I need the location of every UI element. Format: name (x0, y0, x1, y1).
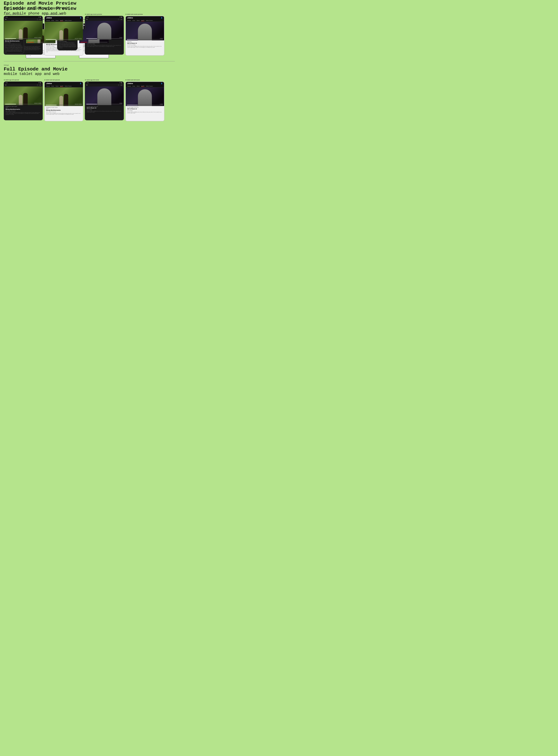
tab-cc-icon[interactable]: ⛶ (37, 19, 38, 20)
section-subtitle-4: mobile tablet app and web (4, 72, 175, 76)
diamond-icon-11: ◆ (85, 14, 86, 15)
twfmn-shows[interactable]: Shows (132, 85, 135, 87)
tfm-top-bar: ✕ ⛶ CC (85, 84, 124, 86)
twn-livetv[interactable]: Live TV (60, 20, 63, 21)
twfmn-movies[interactable]: Movies (137, 85, 140, 87)
tab-mv-progress[interactable] (86, 38, 122, 39)
twfm-figure (138, 89, 152, 106)
tab-ep-fig1 (19, 29, 23, 40)
section-subtitle-3: for mobile tablet app and web (4, 6, 175, 10)
tab-mv-close[interactable]: ✕ (86, 19, 87, 20)
cards-row-full-tablet: ◆ tablet app full episode 9:41 ▼▼▮ ✕ ⛶ C… (4, 79, 175, 121)
diamond-icon-12: ◆ (125, 14, 126, 15)
twfm-logo: Lifetime (127, 83, 133, 84)
twfe-meta: 46m | 2006 | TV-14 | CC (46, 111, 81, 112)
twmn-movies[interactable]: Movies (137, 20, 140, 21)
tab-ep-fill (5, 38, 16, 39)
tablet-web-full-ep: Lifetime 👤 Featured Shows Movies Live TV… (44, 81, 83, 121)
section-full-tablet: Title Full Episode and Movie mobile tabl… (4, 61, 175, 122)
twfe-title: Moody Monthiversaries (46, 109, 81, 111)
tfe-progress[interactable] (5, 104, 41, 104)
twfen-classics[interactable]: Lifetime Classics (65, 85, 72, 87)
tab-mv-fill (86, 38, 97, 39)
phone-content-episode: Married at First Sight PREVIEW · S1 E2 M… (4, 37, 24, 54)
twmv-meta: 1hr By 1hr on (date) (127, 44, 162, 45)
twfm-progress[interactable] (127, 105, 163, 105)
twfe-show: Married at First Sight (46, 107, 81, 108)
card-label-11: ◆ tablet app movie preview (85, 14, 124, 15)
twfm-desc: The year is 1987 and NASA launches the l… (127, 111, 162, 114)
tab-mv-fs[interactable]: CC (121, 19, 122, 20)
tfm-cc[interactable]: ⛶ (118, 84, 120, 86)
twn-classics[interactable]: Lifetime Classics (65, 20, 72, 21)
section-title-4: Full Episode and Movie (4, 67, 175, 72)
twmv-desc: The year is 1987 and NASA launches the l… (127, 46, 162, 48)
twfe-user: 👤 (80, 83, 81, 84)
tab-web-mv-progress[interactable] (127, 39, 163, 40)
tab-ep-progress[interactable] (5, 38, 41, 39)
tab-ep-time: 0:01:22 / 0:48:01 (34, 37, 41, 38)
tab-web-ep-video: 0:01:22 / 0:48:01 (45, 22, 83, 41)
tfe-fs[interactable]: CC (40, 84, 41, 86)
tablet-full-movie: 9:41 ▼▼▮ ✕ ⛶ CC 1:43:01 (85, 81, 124, 120)
tab-web-ep-time: 0:01:22 / 0:48:01 (75, 38, 82, 39)
twfm-tag: 1h Jan | 2006 | TV-14 | CC (127, 107, 162, 108)
tab-mv-time: 9:41 (87, 17, 89, 18)
tab-web-mv-logo: Lifetime (127, 17, 133, 19)
twfmn-featured[interactable]: Featured (127, 85, 131, 87)
tab-mv-cc[interactable]: ⛶ (118, 19, 120, 20)
tab-fullscreen-icon[interactable]: CC (40, 19, 41, 20)
twn-shows[interactable]: Shows (51, 20, 54, 21)
tfm-status: 9:41 ▼▼▮ (85, 82, 124, 84)
card-label-10: ◆ tablet web episode preview (44, 14, 83, 15)
twmn-livetv[interactable]: Live TV (141, 20, 144, 21)
tab-mv-meta: 1hr By 1hr on (date) (87, 43, 122, 45)
diamond-icon-16: ◆ (125, 79, 126, 81)
content-episode-title: Moody Monthiversaries (5, 41, 23, 42)
tfm-figure (98, 88, 111, 105)
twfen-featured[interactable]: Featured (46, 85, 50, 87)
tfe-fill (5, 104, 16, 104)
content-episode-desc: The year is 1987 and NASA launches the l… (5, 44, 23, 53)
twfen-movies[interactable]: Movies (56, 85, 58, 87)
twfe-fig2 (64, 94, 68, 106)
twfmn-classics[interactable]: Lifetime Classics (146, 85, 153, 87)
card-label-14: ◆ tablet web full episode (44, 79, 83, 81)
tfe-controls: ⛶ CC (37, 84, 41, 86)
twmn-classics[interactable]: Lifetime Classics (146, 20, 153, 21)
twfen-livetv[interactable]: Live TV (60, 85, 63, 87)
card-tablet-web-movie-preview: ◆ tablet web movie preview Lifetime 👤 Fe… (125, 14, 164, 56)
tablet-app-movie-preview: 9:41 ▼▼▮ ✕ ⛶ CC 1:43:01 (85, 16, 124, 55)
web-movie-progress[interactable] (80, 42, 107, 43)
twfe-progress[interactable] (46, 105, 82, 105)
tfm-time-display: 1:43:01 (119, 103, 122, 104)
tablet-ep-video: 0:01:22 / 0:48:01 (4, 21, 43, 40)
tab-web-mv-nav: Featured Shows Movies Live TV Lifetime C… (126, 20, 164, 22)
tab-close-btn[interactable]: ✕ (5, 19, 6, 20)
twmn-shows[interactable]: Shows (132, 20, 135, 21)
twep-fig2 (64, 28, 68, 41)
tfm-fs[interactable]: CC (121, 84, 122, 86)
tfm-time: 9:41 (87, 82, 89, 83)
tfe-fig2 (23, 93, 28, 105)
tfm-close[interactable]: ✕ (86, 84, 87, 86)
tfe-tag: S1E2 (6, 107, 41, 108)
twmn-featured[interactable]: Featured (127, 20, 131, 21)
card-tablet-app-full-episode: ◆ tablet app full episode 9:41 ▼▼▮ ✕ ⛶ C… (4, 79, 43, 121)
twfmn-livetv[interactable]: Live TV (141, 85, 144, 87)
tfm-progress[interactable] (86, 104, 122, 104)
twn-movies[interactable]: Movies (56, 20, 58, 21)
tab-web-mv-fill (127, 39, 137, 40)
tfe-cc[interactable]: ⛶ (37, 84, 38, 86)
twfm-title: Girl in Room 13 (127, 108, 162, 110)
tab-mv-desc: The year is 1987 and NASA launches the l… (87, 45, 122, 47)
twfen-shows[interactable]: Shows (51, 85, 54, 87)
tab-mv-video: 1:43:01 (85, 21, 124, 40)
web-progress-bar[interactable] (27, 42, 54, 43)
card-tablet-web-full-episode: ◆ tablet web full episode Lifetime 👤 Fea… (44, 79, 83, 121)
tfe-close[interactable]: ✕ (5, 84, 6, 86)
tab-web-ep-fill (46, 39, 56, 40)
tab-web-ep-progress[interactable] (46, 39, 82, 40)
twn-featured[interactable]: Featured (46, 20, 50, 21)
tab-web-mv-user: 👤 (161, 17, 162, 19)
